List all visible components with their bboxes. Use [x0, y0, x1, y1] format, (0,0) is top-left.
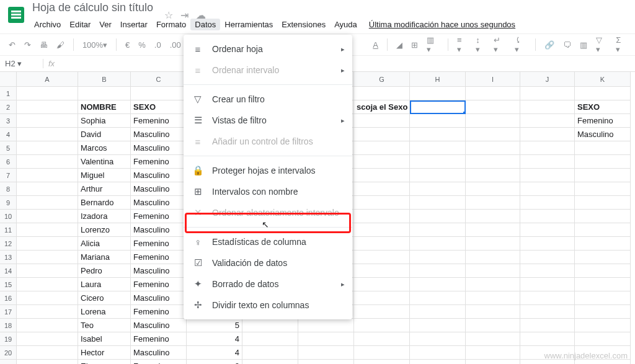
cell-G6[interactable]: [354, 155, 410, 169]
currency-button[interactable]: €: [123, 38, 132, 51]
cell-C16[interactable]: Masculino: [131, 291, 187, 305]
cell-I12[interactable]: [466, 237, 520, 251]
row-header[interactable]: 15: [0, 278, 17, 291]
menu-insertar[interactable]: Insertar: [116, 19, 152, 30]
cell-J8[interactable]: [520, 182, 575, 196]
cell-K16[interactable]: [575, 291, 631, 305]
cell-H11[interactable]: [410, 223, 466, 237]
cell-B12[interactable]: Alicia: [78, 237, 131, 251]
h-align-icon[interactable]: ≡ ▾: [455, 33, 469, 56]
cell-H4[interactable]: [410, 128, 466, 141]
cell-B1[interactable]: [78, 87, 131, 100]
cell-D18[interactable]: 5: [187, 319, 242, 332]
menu-item-validaci-n-de-datos[interactable]: ☑Validación de datos: [184, 252, 352, 273]
borders-icon[interactable]: ⊞: [409, 38, 420, 51]
cell-J14[interactable]: [520, 264, 575, 278]
col-header[interactable]: G: [354, 72, 410, 87]
cell-C2[interactable]: SEXO: [131, 100, 187, 114]
row-header[interactable]: 16: [0, 291, 17, 305]
cell-H18[interactable]: [410, 319, 466, 332]
menu-archivo[interactable]: Archivo: [30, 19, 65, 30]
paint-format-icon[interactable]: 🖌: [54, 38, 67, 51]
cell-A6[interactable]: [17, 155, 78, 169]
cell-K8[interactable]: [575, 182, 631, 196]
cell-K7[interactable]: [575, 169, 631, 182]
cell-G4[interactable]: [354, 128, 410, 141]
cell-J12[interactable]: [520, 237, 575, 251]
cell-K9[interactable]: [575, 196, 631, 210]
menu-item-vistas-de-filtro[interactable]: ☰Vistas de filtro▸: [184, 110, 352, 131]
text-color-icon[interactable]: A: [370, 38, 381, 51]
row-header[interactable]: 7: [0, 169, 17, 182]
cell-F18[interactable]: [298, 319, 354, 332]
cell-C17[interactable]: Femenino: [131, 305, 187, 319]
cell-A18[interactable]: [17, 319, 78, 332]
fill-color-icon[interactable]: ◢: [394, 38, 405, 51]
menu-ver[interactable]: Ver: [95, 19, 116, 30]
cell-J18[interactable]: [520, 319, 575, 332]
cell-H1[interactable]: [410, 87, 466, 100]
cell-H2[interactable]: [410, 100, 466, 114]
cell-A11[interactable]: [17, 223, 78, 237]
row-header[interactable]: 10: [0, 210, 17, 223]
cell-I18[interactable]: [466, 319, 520, 332]
cell-A1[interactable]: [17, 87, 78, 100]
cell-C8[interactable]: Masculino: [131, 182, 187, 196]
cell-J6[interactable]: [520, 155, 575, 169]
cell-I5[interactable]: [466, 141, 520, 155]
cell-I8[interactable]: [466, 182, 520, 196]
cell-I21[interactable]: [466, 360, 520, 364]
cell-B21[interactable]: Elena: [78, 360, 131, 364]
cell-C12[interactable]: Femenino: [131, 237, 187, 251]
row-header[interactable]: 21: [0, 360, 17, 364]
cell-A17[interactable]: [17, 305, 78, 319]
cell-G14[interactable]: [354, 264, 410, 278]
cell-G5[interactable]: [354, 141, 410, 155]
cell-C5[interactable]: Masculino: [131, 141, 187, 155]
cell-G16[interactable]: [354, 291, 410, 305]
cell-H9[interactable]: [410, 196, 466, 210]
cell-K1[interactable]: [575, 87, 631, 100]
cell-C11[interactable]: Masculino: [131, 223, 187, 237]
cell-G17[interactable]: [354, 305, 410, 319]
cell-C1[interactable]: [131, 87, 187, 100]
cell-H10[interactable]: [410, 210, 466, 223]
cell-B6[interactable]: Valentina: [78, 155, 131, 169]
row-header[interactable]: 5: [0, 141, 17, 155]
cell-G20[interactable]: [354, 346, 410, 360]
row-header[interactable]: 13: [0, 251, 17, 264]
cell-K3[interactable]: Femenino: [575, 114, 631, 128]
row-header[interactable]: 4: [0, 128, 17, 141]
cell-G19[interactable]: [354, 332, 410, 346]
cell-B7[interactable]: Miguel: [78, 169, 131, 182]
cell-H8[interactable]: [410, 182, 466, 196]
cell-I4[interactable]: [466, 128, 520, 141]
dec-increase-button[interactable]: .00: [167, 38, 184, 51]
dec-decrease-button[interactable]: .0: [152, 38, 164, 51]
cell-B2[interactable]: NOMBRE: [78, 100, 131, 114]
cell-E20[interactable]: [242, 346, 298, 360]
cell-K2[interactable]: SEXO: [575, 100, 631, 114]
cell-G21[interactable]: [354, 360, 410, 364]
cell-H16[interactable]: [410, 291, 466, 305]
filter-icon[interactable]: ▽ ▾: [593, 33, 610, 56]
cell-H20[interactable]: [410, 346, 466, 360]
cell-A12[interactable]: [17, 237, 78, 251]
print-icon[interactable]: 🖶: [37, 38, 50, 51]
functions-icon[interactable]: Σ ▾: [613, 33, 629, 56]
cell-A19[interactable]: [17, 332, 78, 346]
cell-I1[interactable]: [466, 87, 520, 100]
menu-formato[interactable]: Formato: [152, 19, 190, 30]
cell-B14[interactable]: Pedro: [78, 264, 131, 278]
cell-G1[interactable]: [354, 87, 410, 100]
col-header[interactable]: C: [131, 72, 187, 87]
undo-icon[interactable]: ↶: [6, 38, 18, 51]
row-header[interactable]: 8: [0, 182, 17, 196]
cell-B15[interactable]: Laura: [78, 278, 131, 291]
cell-G18[interactable]: [354, 319, 410, 332]
cell-I3[interactable]: [466, 114, 520, 128]
menu-datos[interactable]: Datos: [190, 19, 220, 30]
cell-C7[interactable]: Masculino: [131, 169, 187, 182]
cell-B20[interactable]: Hector: [78, 346, 131, 360]
menu-editar[interactable]: Editar: [65, 19, 95, 30]
